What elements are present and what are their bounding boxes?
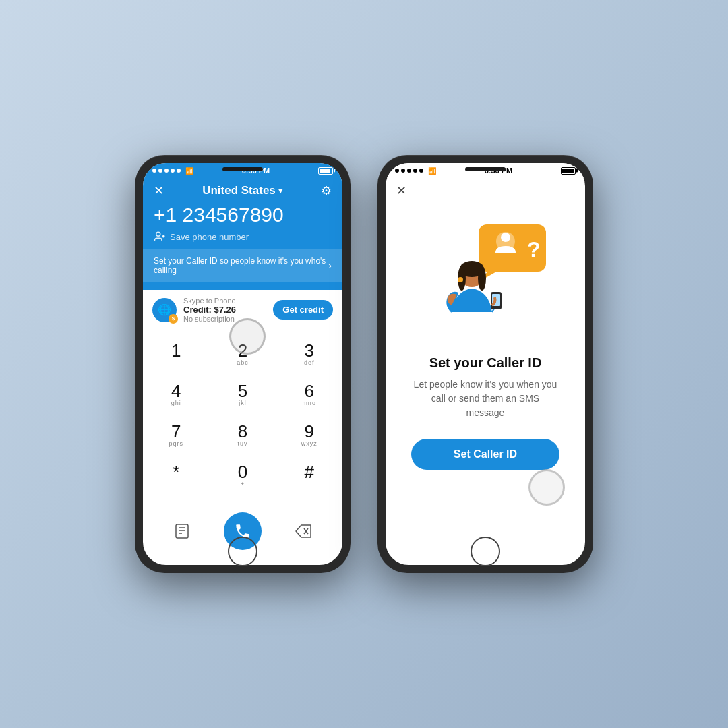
dialer-row-2: 4 ghi 5 jkl 6 mno: [143, 376, 342, 414]
dot-2-1: [395, 169, 399, 173]
key-6-num: 6: [304, 382, 313, 400]
phone-2-screen: 📶 6:36 PM ✕: [386, 163, 585, 565]
save-number-row[interactable]: Save phone number: [154, 231, 332, 243]
svg-point-18: [458, 277, 463, 282]
country-name: United States: [202, 184, 276, 198]
close-button-1[interactable]: ✕: [154, 183, 164, 198]
key-star-num: *: [173, 463, 179, 481]
dialer-header: ✕ United States ▾ ⚙ +1 234567890: [143, 178, 342, 290]
save-number-label: Save phone number: [170, 232, 249, 242]
key-hash-num: #: [304, 463, 313, 481]
home-button-2[interactable]: [471, 537, 500, 566]
close-button-2[interactable]: ✕: [396, 184, 406, 198]
caller-id-title: Set your Caller ID: [429, 355, 542, 371]
key-3-sub: def: [304, 359, 315, 367]
backspace-button[interactable]: [289, 516, 318, 546]
key-8-num: 8: [238, 423, 247, 440]
dialer-row-4: * 0 + #: [143, 457, 342, 495]
key-9-num: 9: [304, 423, 313, 440]
phone-1: 📶 6:36 PM ✕ United States ▾ ⚙ +1 23456: [135, 155, 351, 573]
battery-fill-1: [320, 169, 330, 173]
home-button-1[interactable]: [228, 537, 257, 566]
svg-point-0: [156, 232, 160, 236]
key-9-sub: wxyz: [301, 440, 317, 448]
globe-icon: 🌐 $: [152, 298, 177, 322]
country-selector[interactable]: United States ▾: [202, 184, 282, 198]
wifi-icon: 📶: [185, 167, 193, 175]
credit-amount: Credit: $7.26: [183, 305, 266, 315]
dot-4: [171, 169, 175, 173]
dot-2: [158, 169, 162, 173]
key-5-sub: jkl: [239, 400, 247, 408]
dot-2-4: [413, 169, 417, 173]
dot-2-3: [407, 169, 411, 173]
battery-fill-2: [562, 169, 574, 173]
dialer-nav: ✕ United States ▾ ⚙: [154, 183, 332, 198]
contacts-button[interactable]: [167, 516, 197, 546]
phone-speaker-2: [465, 167, 506, 171]
key-4[interactable]: 4 ghi: [152, 376, 200, 414]
key-8[interactable]: 8 tuv: [218, 417, 267, 454]
battery-2: [561, 167, 576, 175]
contacts-icon: [174, 523, 190, 539]
caller-id-illustration: ?: [418, 218, 553, 339]
dialer-row-1: 1 2 abc 3 def: [143, 336, 342, 373]
caller-id-nav: ✕: [386, 178, 585, 204]
phone-2: 📶 6:36 PM ✕: [377, 155, 593, 573]
phone-speaker: [222, 167, 263, 171]
get-credit-button[interactable]: Get credit: [273, 300, 333, 320]
dialer-keypad: 1 2 abc 3 def 4 ghi: [143, 330, 342, 503]
dot-2-2: [401, 169, 405, 173]
dot-1: [152, 169, 156, 173]
phones-container: 📶 6:36 PM ✕ United States ▾ ⚙ +1 23456: [135, 155, 593, 573]
settings-button[interactable]: ⚙: [321, 183, 332, 198]
credit-label: Skype to Phone: [183, 297, 266, 305]
signal-dots-2: 📶: [395, 167, 436, 175]
key-0[interactable]: 0 +: [218, 457, 267, 495]
key-3[interactable]: 3 def: [285, 336, 334, 373]
coin-badge: $: [169, 314, 178, 324]
entered-phone-number: +1 234567890: [154, 204, 332, 226]
wifi-icon-2: 📶: [428, 167, 436, 175]
key-7-num: 7: [171, 423, 181, 440]
svg-text:?: ?: [527, 237, 541, 262]
key-2-num: 2: [238, 342, 247, 359]
credit-section: 🌐 $ Skype to Phone Credit: $7.26 No subs…: [143, 290, 342, 330]
dot-2-5: [419, 169, 423, 173]
key-6-sub: mno: [302, 400, 316, 408]
backspace-icon: [295, 524, 312, 539]
dialer-row-3: 7 pqrs 8 tuv 9 wxyz: [143, 417, 342, 454]
key-hash[interactable]: #: [285, 457, 334, 495]
dot-3: [164, 169, 169, 173]
key-9[interactable]: 9 wxyz: [285, 417, 334, 454]
key-5[interactable]: 5 jkl: [218, 376, 267, 414]
set-caller-id-button[interactable]: Set Caller ID: [411, 439, 559, 470]
key-6[interactable]: 6 mno: [285, 376, 334, 414]
key-5-num: 5: [238, 382, 247, 400]
caller-id-banner-text: Set your Caller ID so people know it's y…: [154, 256, 328, 275]
caller-id-body: ?: [386, 204, 585, 483]
key-7[interactable]: 7 pqrs: [152, 417, 200, 454]
credit-info: Skype to Phone Credit: $7.26 No subscrip…: [183, 297, 266, 323]
key-0-sub: +: [241, 481, 245, 489]
key-1-num: 1: [171, 342, 181, 359]
key-star[interactable]: *: [152, 457, 200, 495]
caller-id-description: Let people know it's you when you call o…: [411, 377, 559, 420]
svg-point-17: [478, 266, 486, 291]
battery-1: [318, 167, 333, 175]
phone-1-screen: 📶 6:36 PM ✕ United States ▾ ⚙ +1 23456: [143, 163, 342, 565]
illustration-svg: ?: [418, 218, 553, 339]
key-0-num: 0: [238, 463, 247, 481]
key-1[interactable]: 1: [152, 336, 200, 373]
key-2-sub: abc: [237, 359, 249, 367]
key-8-sub: tuv: [237, 440, 247, 448]
key-4-num: 4: [171, 382, 181, 400]
caller-id-banner[interactable]: Set your Caller ID so people know it's y…: [143, 249, 342, 282]
key-3-num: 3: [304, 342, 313, 359]
svg-point-12: [501, 233, 510, 242]
svg-rect-3: [176, 524, 188, 538]
chevron-down-icon: ▾: [278, 186, 282, 195]
credit-subscription: No subscription: [183, 315, 266, 323]
key-7-sub: pqrs: [169, 440, 184, 448]
key-2[interactable]: 2 abc: [218, 336, 267, 373]
